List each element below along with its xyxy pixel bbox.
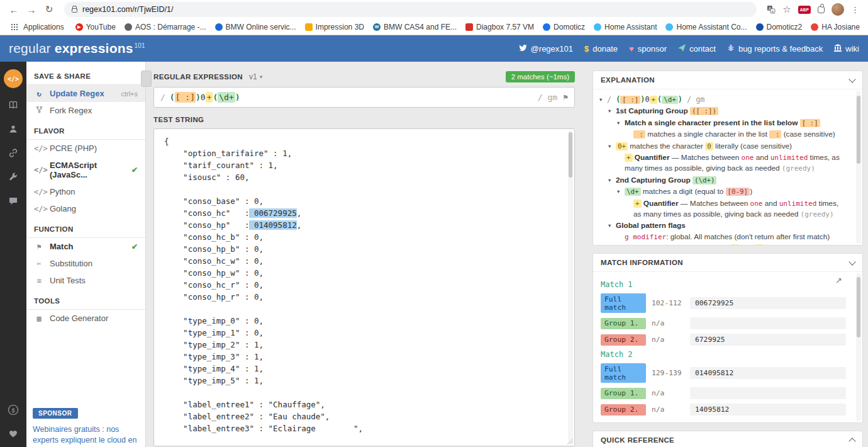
test-line: "conso_hp" : 014095812, — [164, 219, 564, 231]
tree-arrow-icon[interactable]: ▾ — [608, 220, 616, 230]
bookmark-item[interactable]: BMW Online servic... — [211, 23, 301, 31]
test-line: "conso_hp_b" : 0, — [164, 243, 564, 255]
extensions-icon[interactable] — [818, 6, 825, 13]
refresh-icon[interactable]: ↻ — [42, 2, 57, 17]
regex-editor-icon[interactable]: </> — [4, 69, 23, 88]
url-text: regex101.com/r/TjwEID/1/ — [82, 5, 174, 14]
sidebar-item-pcre-php-[interactable]: </>PCRE (PHP) — [26, 140, 145, 157]
test-line — [164, 183, 564, 195]
sponsor-badge: SPONSOR — [33, 408, 78, 419]
match-info-scrollbar[interactable] — [856, 273, 861, 421]
test-line — [164, 387, 564, 399]
lock-icon — [72, 8, 77, 13]
header-link-wiki[interactable]: wiki — [834, 44, 859, 54]
resize-grip[interactable] — [567, 438, 573, 444]
regex-delimiter-right: / gm — [538, 93, 557, 102]
apps-shortcut[interactable]: Applications — [6, 23, 69, 31]
sidebar-item-substitution[interactable]: ✂Substitution — [26, 255, 145, 272]
sidebar-item-match[interactable]: ⚑Match✔ — [26, 238, 145, 255]
code-icon: </> — [34, 144, 44, 153]
explanation-line: : matches a single character in the list… — [599, 129, 847, 140]
match-row: Group 2.n/a6729925 — [601, 334, 846, 346]
export-matches-icon[interactable]: ↗ — [835, 276, 842, 285]
adblock-extension-icon[interactable]: ABP — [798, 6, 811, 14]
site-logo[interactable]: regular expressions101 — [9, 41, 145, 56]
test-line: "conso_hp_r" : 0, — [164, 291, 564, 303]
library-icon[interactable] — [6, 98, 20, 112]
header-link-donate[interactable]: $donate — [584, 44, 618, 54]
sidebar: SAVE & SHARE↻Update Regexctrl+sFork Rege… — [26, 62, 146, 447]
forward-icon[interactable]: → — [24, 2, 39, 17]
translate-icon[interactable]: Aa — [767, 5, 776, 14]
sidebar-item-unit-tests[interactable]: ≡Unit Tests — [26, 272, 145, 289]
sponsor-link[interactable]: Webinaires gratuits : nos experts expliq… — [33, 424, 140, 447]
bookmark-favicon: ▶ — [75, 23, 83, 31]
bookmark-item[interactable]: AOS : Démarrage -... — [120, 23, 211, 31]
tree-arrow-icon[interactable]: ▾ — [617, 186, 625, 197]
header-link-contact[interactable]: contact — [678, 44, 716, 54]
donate-strip-icon[interactable]: $ — [6, 403, 20, 417]
tree-arrow-icon[interactable]: ▾ — [608, 175, 616, 186]
bookmark-item[interactable]: Domoticz — [538, 23, 589, 31]
tree-arrow-icon — [617, 232, 625, 242]
app-body: </> $ SAVE & SHARE↻Update Regexctrl+sFor… — [0, 62, 868, 447]
sidebar-item-golang[interactable]: </>Golang — [26, 200, 145, 217]
tree-arrow-icon[interactable]: ▾ — [608, 141, 616, 152]
test-line: "conso_hc" : 006729925, — [164, 207, 564, 219]
match-row-span: 102-112 — [652, 299, 684, 307]
settings-wrench-icon[interactable] — [6, 170, 20, 184]
bookmark-star-icon[interactable]: ☆ — [782, 4, 791, 15]
bookmark-item[interactable]: HA Josiane — [806, 23, 864, 31]
address-bar[interactable]: regex101.com/r/TjwEID/1/ — [64, 2, 757, 17]
link-icon[interactable] — [6, 146, 20, 160]
sidebar-item-ecmascript-javasc-[interactable]: </>ECMAScript (JavaSc...✔ — [26, 157, 145, 183]
sidebar-item-update-regex[interactable]: ↻Update Regexctrl+s — [26, 85, 145, 102]
profile-avatar[interactable] — [832, 3, 844, 16]
header-link--regex101[interactable]: @regex101 — [519, 44, 573, 54]
explanation-line: ▾0+ matches the character 0 literally (c… — [599, 141, 847, 152]
test-line: "conso_hc_r" : 0, — [164, 279, 564, 291]
flags-dropdown-icon[interactable]: ⚑ — [563, 93, 568, 102]
bookmark-item[interactable]: Home Assistant Co... — [661, 23, 751, 31]
match-info-header[interactable]: MATCH INFORMATION — [593, 254, 862, 271]
tree-arrow-icon[interactable]: ▾ — [608, 106, 616, 116]
browser-menu-icon[interactable]: ⋮ — [851, 5, 859, 14]
bookmark-item[interactable]: Domoticz2 — [752, 23, 807, 31]
explanation-scrollbar[interactable] — [856, 91, 861, 244]
match-name: Match 1 — [601, 280, 846, 289]
match-row-label: Full match — [601, 293, 646, 313]
sidebar-item-code-generator[interactable]: ▦Code Generator — [26, 310, 145, 327]
tree-arrow-icon[interactable]: ▾ — [599, 94, 607, 105]
sidebar-item-label: Match — [50, 242, 74, 251]
fork-icon — [34, 106, 44, 115]
bookmark-item[interactable]: Home Assistant — [589, 23, 661, 31]
test-line: "type_imp_2" : 1, — [164, 339, 564, 351]
account-icon[interactable] — [6, 122, 20, 136]
tree-arrow-icon[interactable]: ▾ — [617, 118, 625, 128]
header-link-sponsor[interactable]: ♥sponsor — [629, 44, 667, 54]
match-row-label: Group 2. — [601, 334, 646, 346]
quick-reference-header[interactable]: QUICK REFERENCE — [593, 431, 862, 447]
sidebar-item-python[interactable]: </>Python — [26, 183, 145, 200]
bookmark-item[interactable]: ▶YouTube — [71, 23, 120, 31]
test-string-editor[interactable]: { "option_tarifaire" : 1, "tarif_courant… — [153, 128, 575, 446]
explanation-line: + Quantifier — Matches between one and u… — [599, 152, 847, 174]
sidebar-collapse-handle[interactable] — [141, 71, 152, 87]
scissors-icon: ✂ — [34, 259, 44, 268]
feedback-chat-icon[interactable] — [6, 194, 20, 208]
match-info-body: ↗ Match 1Full match102-112006729925Group… — [593, 271, 862, 422]
regex-input[interactable]: / ([ :])0+(\d+) / gm ⚑ — [153, 87, 575, 108]
sponsor-heart-icon[interactable] — [6, 427, 20, 441]
bookmark-item[interactable]: Diagbox 7.57 VM — [461, 23, 538, 31]
sidebar-item-fork-regex[interactable]: Fork Regex — [26, 102, 145, 119]
test-editor-scrollbar[interactable] — [568, 130, 573, 444]
explanation-header[interactable]: EXPLANATION — [593, 71, 862, 89]
match-row: Full match129-139014095812 — [601, 363, 846, 383]
bookmark-item[interactable]: WBMW CAS4 and FE... — [369, 23, 461, 31]
back-icon[interactable]: ← — [6, 2, 21, 17]
bookmark-favicon — [215, 23, 223, 31]
bookmark-item[interactable]: Impression 3D — [301, 23, 369, 31]
test-line — [164, 303, 564, 315]
header-link-bug-reports-feedback[interactable]: bug reports & feedback — [727, 44, 823, 54]
version-dropdown[interactable]: v1▾ — [249, 72, 262, 81]
